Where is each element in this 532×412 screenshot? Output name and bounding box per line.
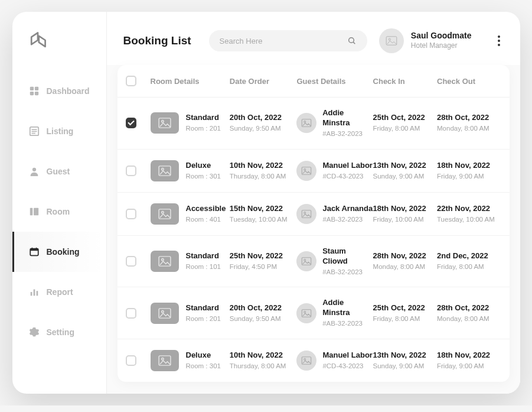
checkin-date: 28th Nov, 2022 bbox=[373, 251, 437, 261]
svg-point-41 bbox=[304, 311, 306, 313]
table-row[interactable]: StandardRoom : 10125th Nov, 2022Friday, … bbox=[118, 236, 510, 288]
sidebar-item-listing[interactable]: Listing bbox=[12, 111, 106, 151]
checkout-time: Tuesday, 10:00 AM bbox=[437, 215, 501, 224]
main-area: Booking List Saul Goodmate Hotel Manager bbox=[107, 12, 520, 394]
kebab-menu[interactable] bbox=[494, 32, 504, 50]
checkin-date: 25th Oct, 2022 bbox=[373, 303, 437, 313]
date-order-time: Sunday, 9:50 AM bbox=[230, 124, 297, 133]
sidebar-item-label: Dashboard bbox=[47, 86, 90, 96]
sidebar-item-room[interactable]: Room bbox=[12, 192, 106, 232]
guest-name: Manuel Labor bbox=[322, 161, 373, 171]
select-all-checkbox[interactable] bbox=[126, 76, 136, 86]
guest-avatar bbox=[296, 113, 316, 133]
svg-point-37 bbox=[304, 259, 306, 261]
app-frame: DashboardListingGuestRoomBookingReportSe… bbox=[12, 12, 520, 394]
checkin-date: 13th Nov, 2022 bbox=[373, 351, 437, 361]
svg-rect-20 bbox=[386, 37, 397, 45]
svg-point-8 bbox=[32, 168, 35, 171]
svg-rect-17 bbox=[36, 291, 38, 296]
table-row[interactable]: StandardRoom : 20120th Oct, 2022Sunday, … bbox=[118, 98, 510, 150]
guest-id: #CD-43-2023 bbox=[322, 362, 373, 371]
bars-icon bbox=[29, 287, 40, 297]
guest-name: Manuel Labor bbox=[322, 351, 373, 361]
calendar-icon bbox=[29, 246, 40, 257]
col-checkin: Check In bbox=[373, 77, 437, 86]
svg-point-35 bbox=[161, 259, 164, 261]
row-checkbox[interactable] bbox=[126, 308, 136, 319]
col-date: Date Order bbox=[230, 77, 297, 86]
svg-rect-5 bbox=[31, 129, 37, 130]
sidebar-nav: DashboardListingGuestRoomBookingReportSe… bbox=[12, 71, 106, 352]
row-checkbox[interactable] bbox=[126, 355, 136, 366]
svg-rect-7 bbox=[31, 133, 35, 134]
svg-rect-15 bbox=[30, 292, 32, 296]
sidebar-item-label: Room bbox=[47, 207, 70, 216]
checkin-time: Monday, 8:00 AM bbox=[373, 262, 437, 271]
room-type: Standard bbox=[186, 303, 221, 313]
sidebar-item-guest[interactable]: Guest bbox=[12, 151, 106, 192]
logo bbox=[12, 30, 106, 71]
date-order: 10th Nov, 2022 bbox=[230, 161, 297, 171]
row-checkbox[interactable] bbox=[126, 166, 136, 176]
sidebar-item-dashboard[interactable]: Dashboard bbox=[12, 71, 106, 111]
svg-rect-0 bbox=[30, 87, 33, 90]
guest-id: #AB-32-2023 bbox=[322, 268, 373, 277]
room-number: Room : 301 bbox=[186, 172, 221, 181]
svg-point-18 bbox=[348, 38, 354, 43]
table-row[interactable]: DeluxeRoom : 30110th Nov, 2022Thursday, … bbox=[118, 150, 510, 193]
sidebar-item-label: Report bbox=[47, 287, 73, 297]
guest-avatar bbox=[296, 303, 316, 323]
svg-point-43 bbox=[161, 358, 164, 361]
date-order-time: Thursday, 8:00 AM bbox=[230, 172, 297, 181]
col-room: Room Details bbox=[151, 77, 230, 86]
table-row[interactable]: DeluxeRoom : 30110th Nov, 2022Thursday, … bbox=[118, 339, 510, 382]
gear-icon bbox=[29, 327, 40, 338]
date-order-time: Sunday, 9:50 AM bbox=[230, 314, 297, 323]
checkout-time: Friday, 8:00 AM bbox=[437, 262, 501, 271]
sidebar-item-booking[interactable]: Booking bbox=[12, 232, 106, 272]
room-number: Room : 301 bbox=[186, 362, 221, 371]
checkout-date: 28th Oct, 2022 bbox=[437, 303, 501, 313]
checkin-time: Sunday, 9:00 AM bbox=[373, 172, 437, 181]
room-number: Room : 101 bbox=[186, 262, 221, 271]
checkout-time: Friday, 9:00 AM bbox=[437, 362, 501, 371]
svg-point-21 bbox=[389, 38, 390, 40]
svg-rect-10 bbox=[34, 208, 38, 216]
table-header: Room Details Date Order Guest Details Ch… bbox=[118, 65, 510, 98]
user-block[interactable]: Saul Goodmate Hotel Manager bbox=[379, 28, 472, 53]
row-checkbox[interactable] bbox=[126, 209, 136, 219]
row-checkbox[interactable] bbox=[126, 118, 136, 128]
topbar: Booking List Saul Goodmate Hotel Manager bbox=[107, 12, 520, 65]
svg-point-45 bbox=[304, 359, 306, 361]
table-row[interactable]: StandardRoom : 20120th Oct, 2022Sunday, … bbox=[118, 287, 510, 339]
svg-point-25 bbox=[304, 121, 306, 123]
guest-avatar bbox=[296, 204, 316, 224]
checkout-date: 22th Nov, 2022 bbox=[437, 204, 501, 214]
sidebar-item-report[interactable]: Report bbox=[12, 272, 106, 312]
date-order: 20th Oct, 2022 bbox=[230, 303, 297, 313]
sidebar-item-label: Setting bbox=[47, 327, 74, 337]
row-checkbox[interactable] bbox=[126, 256, 136, 267]
checkin-date: 25th Oct, 2022 bbox=[373, 113, 437, 123]
content-area: Room Details Date Order Guest Details Ch… bbox=[107, 65, 520, 394]
checkin-time: Friday, 8:00 AM bbox=[373, 314, 437, 323]
user-icon bbox=[29, 166, 40, 177]
svg-line-19 bbox=[353, 42, 355, 44]
guest-id: #AB-32-2023 bbox=[322, 215, 373, 224]
checkin-date: 18th Nov, 2022 bbox=[373, 204, 437, 214]
search-box[interactable] bbox=[209, 30, 367, 51]
table-row[interactable]: AccessibleRoom : 40115th Nov, 2022Tuesda… bbox=[118, 193, 510, 236]
guest-name: Addie Minstra bbox=[322, 298, 373, 318]
sidebar-item-setting[interactable]: Setting bbox=[12, 312, 106, 352]
checkout-date: 18th Nov, 2022 bbox=[437, 351, 501, 361]
grid-icon bbox=[29, 86, 40, 96]
room-thumb bbox=[151, 160, 179, 181]
guest-avatar bbox=[296, 161, 316, 181]
list-icon bbox=[29, 126, 40, 137]
svg-rect-12 bbox=[30, 249, 38, 251]
search-input[interactable] bbox=[220, 37, 347, 46]
checkin-time: Sunday, 9:00 AM bbox=[373, 362, 437, 371]
svg-rect-16 bbox=[33, 290, 35, 296]
guest-id: #CD-43-2023 bbox=[322, 172, 373, 181]
sidebar-item-label: Booking bbox=[47, 247, 80, 257]
